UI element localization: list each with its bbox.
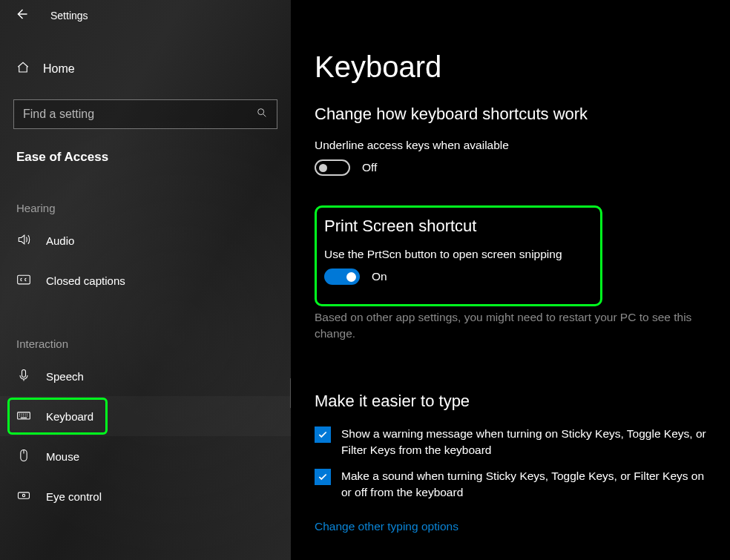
- sidebar-item-label: Keyboard: [46, 410, 93, 423]
- svg-point-6: [22, 494, 24, 496]
- sidebar-item-keyboard[interactable]: Keyboard: [0, 396, 291, 436]
- group-hearing-label: Hearing: [0, 202, 291, 214]
- divider: [290, 378, 291, 408]
- microphone-icon: [16, 368, 31, 385]
- checkbox-row-warning[interactable]: Show a warning message when turning on S…: [315, 426, 711, 458]
- checkbox-sound-label: Make a sound when turning Sticky Keys, T…: [341, 468, 711, 500]
- sidebar-item-audio[interactable]: Audio: [0, 220, 291, 260]
- audio-icon: [16, 232, 31, 249]
- sidebar-item-mouse[interactable]: Mouse: [0, 436, 291, 476]
- psc-toggle[interactable]: [324, 269, 360, 285]
- underline-label: Underline access keys when available: [315, 139, 711, 152]
- checkbox-warning-label: Show a warning message when turning on S…: [341, 426, 711, 458]
- psc-toggle-row: On: [324, 269, 588, 285]
- closed-captions-icon: [16, 272, 31, 289]
- print-screen-highlight-box: Print Screen shortcut Use the PrtScn but…: [315, 205, 602, 306]
- sidebar-item-home[interactable]: Home: [0, 52, 291, 86]
- sidebar-item-label: Closed captions: [46, 274, 125, 287]
- sidebar-item-speech[interactable]: Speech: [0, 356, 291, 396]
- svg-point-0: [258, 109, 264, 115]
- underline-toggle-row: Off: [315, 159, 711, 176]
- page-title: Keyboard: [315, 50, 711, 84]
- section-ease-of-access: Ease of Access: [0, 150, 291, 165]
- psc-heading: Print Screen shortcut: [324, 217, 588, 236]
- change-typing-options-link[interactable]: Change other typing options: [315, 520, 458, 533]
- underline-toggle[interactable]: [315, 159, 350, 176]
- group-interaction-label: Interaction: [0, 337, 291, 350]
- sidebar-item-label: Mouse: [46, 450, 79, 463]
- search-icon: [256, 107, 268, 122]
- sidebar-item-eye-control[interactable]: Eye control: [0, 476, 291, 516]
- keyboard-icon: [16, 408, 31, 425]
- sidebar-item-label: Eye control: [46, 490, 102, 503]
- psc-note: Based on other app settings, you might n…: [315, 309, 711, 343]
- svg-rect-2: [22, 369, 26, 377]
- svg-rect-1: [18, 275, 30, 284]
- underline-toggle-state: Off: [362, 161, 377, 174]
- content-pane: Keyboard Change how keyboard shortcuts w…: [291, 0, 730, 560]
- shortcuts-heading: Change how keyboard shortcuts work: [315, 105, 711, 124]
- mouse-icon: [16, 448, 31, 465]
- sidebar-item-label: Speech: [46, 370, 84, 383]
- app-title: Settings: [50, 10, 88, 22]
- easier-heading: Make it easier to type: [315, 392, 711, 411]
- checkbox-row-sound[interactable]: Make a sound when turning Sticky Keys, T…: [315, 468, 711, 500]
- sidebar: Settings Home Ease of Access Hearing Aud…: [0, 0, 291, 560]
- eye-icon: [16, 488, 31, 505]
- search-input[interactable]: [23, 108, 256, 121]
- checkbox-sound[interactable]: [315, 469, 331, 485]
- easier-section: Make it easier to type Show a warning me…: [315, 392, 711, 533]
- psc-label: Use the PrtScn button to open screen sni…: [324, 248, 588, 261]
- sidebar-item-closed-captions[interactable]: Closed captions: [0, 260, 291, 300]
- psc-toggle-state: On: [372, 270, 387, 283]
- home-icon: [16, 61, 30, 77]
- sidebar-item-label: Audio: [46, 234, 74, 247]
- home-label: Home: [43, 62, 75, 76]
- checkbox-warning[interactable]: [315, 426, 331, 443]
- titlebar: Settings: [0, 0, 291, 31]
- back-button[interactable]: [15, 7, 28, 24]
- search-box[interactable]: [13, 99, 277, 129]
- svg-rect-5: [19, 492, 30, 498]
